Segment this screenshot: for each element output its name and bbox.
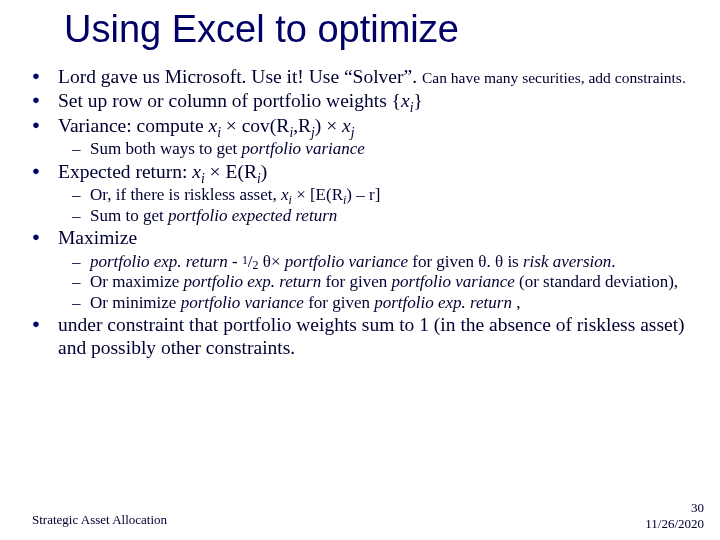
b3-mid: × cov(R	[221, 115, 289, 136]
b5s1-a: portfolio exp. return	[90, 252, 228, 271]
slide: Using Excel to optimize Lord gave us Mic…	[0, 0, 720, 540]
b3-j2: j	[351, 125, 355, 140]
b5s1-c: θ×	[259, 252, 285, 271]
b5s3-e: ,	[512, 293, 521, 312]
bullet-1: Lord gave us Microsoft. Use it! Use “Sol…	[30, 66, 695, 88]
b3-x1: x	[209, 115, 218, 136]
b5s3-a: Or minimize	[90, 293, 181, 312]
bullet-4-sub: Or, if there is riskless asset, xi × [E(…	[68, 185, 695, 225]
b5s1-b: -	[228, 252, 242, 271]
b3-a: Variance: compute	[58, 115, 209, 136]
footer-left: Strategic Asset Allocation	[32, 512, 167, 528]
b5s2-e: (or standard deviation),	[515, 272, 678, 291]
b5s1-g: .	[611, 252, 615, 271]
b4s1-x: x	[281, 185, 289, 204]
footer-date: 11/26/2020	[645, 516, 704, 531]
b4s1-mid: × [E(R	[292, 185, 343, 204]
bullet-3: Variance: compute xi × cov(Ri,Rj) × xj S…	[30, 115, 695, 159]
b3s-a: Sum both ways to get	[90, 139, 242, 158]
bullet-4: Expected return: xi × E(Ri) Or, if there…	[30, 161, 695, 226]
b5-text: Maximize	[58, 227, 137, 248]
bullet-1-small: Can have many securities, add constraint…	[422, 69, 686, 86]
b3-comma: ,R	[293, 115, 311, 136]
b6-text: under constraint that portfolio weights …	[58, 314, 685, 357]
b4-a: Expected return:	[58, 161, 192, 182]
b3-close: ) ×	[315, 115, 342, 136]
b5s3-d: portfolio exp. return	[374, 293, 512, 312]
bullet-5-sub: portfolio exp. return - 1/2 θ× portfolio…	[68, 252, 695, 313]
bullet-4-sub-1: Or, if there is riskless asset, xi × [E(…	[68, 185, 695, 205]
b5s2-b: portfolio exp. return	[183, 272, 321, 291]
b5s3-b: portfolio variance	[181, 293, 304, 312]
bullet-3-sub: Sum both ways to get portfolio variance	[68, 139, 695, 159]
bullet-6: under constraint that portfolio weights …	[30, 314, 695, 359]
footer-right: 30 11/26/2020	[645, 500, 704, 532]
bullet-2-b: }	[413, 90, 422, 111]
bullet-1-text: Lord gave us Microsoft. Use it! Use “Sol…	[58, 66, 422, 87]
b5s2-d: portfolio variance	[392, 272, 515, 291]
b5s3-c: for given	[304, 293, 374, 312]
bullet-2: Set up row or column of portfolio weight…	[30, 90, 695, 112]
b4s2-em: portfolio expected return	[168, 206, 337, 225]
bullet-5: Maximize portfolio exp. return - 1/2 θ× …	[30, 227, 695, 312]
b4s2-a: Sum to get	[90, 206, 168, 225]
b5s2-c: for given	[321, 272, 391, 291]
b5s2-a: Or maximize	[90, 272, 183, 291]
b4-close: )	[261, 161, 268, 182]
b4-x: x	[192, 161, 201, 182]
bullet-4-sub-2: Sum to get portfolio expected return	[68, 206, 695, 226]
bullet-5-sub-3: Or minimize portfolio variance for given…	[68, 293, 695, 313]
slide-body: Lord gave us Microsoft. Use it! Use “Sol…	[30, 66, 695, 361]
bullet-list: Lord gave us Microsoft. Use it! Use “Sol…	[30, 66, 695, 359]
b4s1-a: Or, if there is riskless asset,	[90, 185, 281, 204]
bullet-2-x: x	[401, 90, 410, 111]
slide-number: 30	[691, 500, 704, 515]
b4-mid: × E(R	[205, 161, 257, 182]
b5s1-e: for given θ. θ is	[408, 252, 523, 271]
b5s1-d: portfolio variance	[285, 252, 408, 271]
bullet-2-a: Set up row or column of portfolio weight…	[58, 90, 401, 111]
b5s1-f: risk aversion	[523, 252, 611, 271]
bullet-5-sub-2: Or maximize portfolio exp. return for gi…	[68, 272, 695, 292]
bullet-5-sub-1: portfolio exp. return - 1/2 θ× portfolio…	[68, 252, 695, 272]
b3-x2: x	[342, 115, 351, 136]
b4s1-close: ) – r]	[346, 185, 380, 204]
b3s-em: portfolio variance	[242, 139, 365, 158]
bullet-3-sub-1: Sum both ways to get portfolio variance	[68, 139, 695, 159]
slide-title: Using Excel to optimize	[64, 8, 459, 51]
